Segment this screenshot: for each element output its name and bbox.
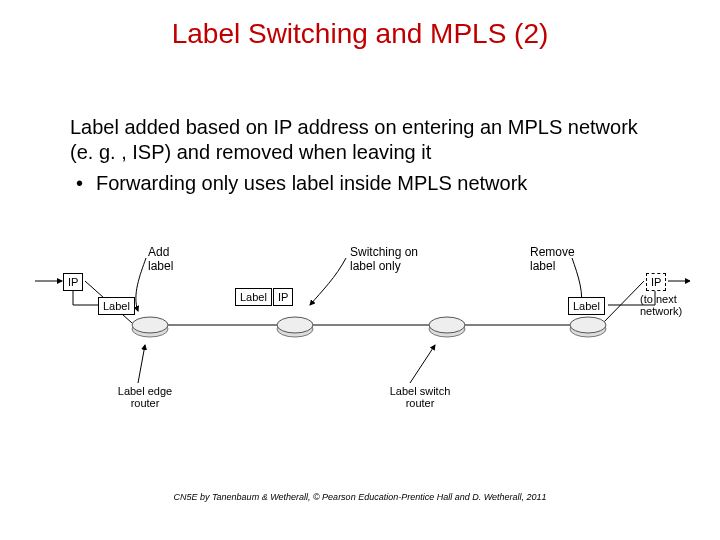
slide-title: Label Switching and MPLS (2) [0,18,720,50]
router-3 [427,311,467,341]
box-label-mid: Label [235,288,272,306]
lbl-ler: Label edge router [110,385,180,409]
slide-body: Label added based on IP address on enter… [70,115,660,196]
body-bullet-1: Forwarding only uses label inside MPLS n… [70,171,660,196]
router-4 [568,311,608,341]
ann-add-label: Add label [148,245,188,273]
svg-line-5 [603,281,644,323]
svg-line-7 [138,345,145,383]
svg-line-8 [410,345,435,383]
box-label-right: Label [568,297,605,315]
box-ip-mid: IP [273,288,293,306]
box-ip-right: IP [646,273,666,291]
lbl-to-next: (to next network) [640,293,695,317]
slide-footer: CN5E by Tanenbaum & Wetherall, © Pearson… [0,492,720,502]
mpls-diagram: IP Label Label IP Label IP Add label Swi… [30,245,690,435]
svg-point-20 [570,317,606,333]
ann-remove-label: Remove label [530,245,590,273]
router-2 [275,311,315,341]
ann-switch-label: Switching on label only [350,245,440,273]
box-ip-left: IP [63,273,83,291]
svg-point-16 [277,317,313,333]
lbl-lsr: Label switch router [380,385,460,409]
body-line-1: Label added based on IP address on enter… [70,115,660,165]
svg-point-18 [429,317,465,333]
svg-point-14 [132,317,168,333]
box-label-left: Label [98,297,135,315]
router-1 [130,311,170,341]
